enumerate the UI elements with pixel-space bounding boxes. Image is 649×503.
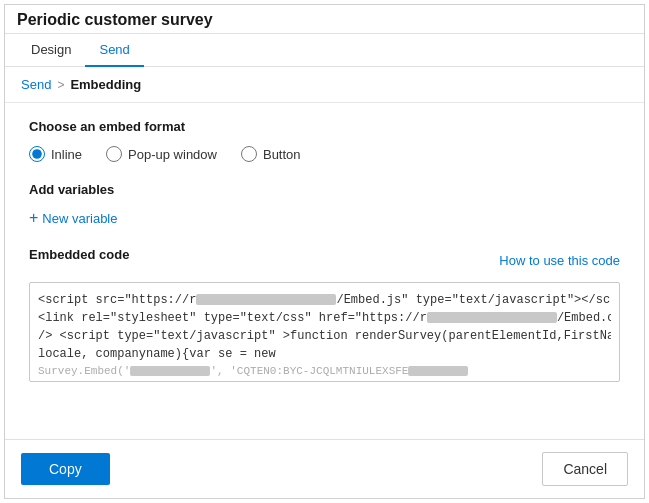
radio-popup[interactable]: Pop-up window: [106, 146, 217, 162]
code-line-3: /> <script type="text/javascript" >funct…: [38, 327, 611, 345]
radio-button[interactable]: Button: [241, 146, 301, 162]
radio-button-label: Button: [263, 147, 301, 162]
code-box: <script src="https://r/Embed.js" type="t…: [29, 282, 620, 382]
code-line-1: <script src="https://r/Embed.js" type="t…: [38, 291, 611, 309]
bottom-bar: Copy Cancel: [5, 439, 644, 498]
plus-icon: +: [29, 209, 38, 227]
radio-group: Inline Pop-up window Button: [29, 146, 620, 162]
breadcrumb-parent[interactable]: Send: [21, 77, 51, 92]
radio-popup-input[interactable]: [106, 146, 122, 162]
variables-label: Add variables: [29, 182, 620, 197]
embedded-code-section: Embedded code How to use this code <scri…: [29, 247, 620, 382]
breadcrumb-current: Embedding: [70, 77, 141, 92]
code-box-inner: <script src="https://r/Embed.js" type="t…: [38, 291, 611, 380]
nav-tabs: Design Send: [5, 34, 644, 67]
radio-inline-input[interactable]: [29, 146, 45, 162]
title-bar: Periodic customer survey: [5, 5, 644, 34]
code-line-2: <link rel="stylesheet" type="text/css" h…: [38, 309, 611, 327]
radio-button-input[interactable]: [241, 146, 257, 162]
code-line-4: locale, companyname){var se = new: [38, 345, 611, 363]
radio-inline[interactable]: Inline: [29, 146, 82, 162]
code-line-5: Survey.Embed('', 'CQTEN0:BYC-JCQLMTNIULE…: [38, 363, 611, 380]
redacted-1: [196, 294, 336, 305]
main-content: Choose an embed format Inline Pop-up win…: [5, 103, 644, 398]
redacted-2: [427, 312, 557, 323]
embed-format-label: Choose an embed format: [29, 119, 620, 134]
variables-section: Add variables + New variable: [29, 182, 620, 227]
cancel-button[interactable]: Cancel: [542, 452, 628, 486]
new-variable-label: New variable: [42, 211, 117, 226]
tab-send[interactable]: Send: [85, 34, 143, 67]
copy-button[interactable]: Copy: [21, 453, 110, 485]
redacted-3: [130, 366, 210, 376]
embedded-code-header: Embedded code How to use this code: [29, 247, 620, 274]
embedded-code-label: Embedded code: [29, 247, 129, 262]
embed-format-section: Choose an embed format Inline Pop-up win…: [29, 119, 620, 162]
breadcrumb: Send > Embedding: [5, 67, 644, 103]
tab-design[interactable]: Design: [17, 34, 85, 67]
how-to-link[interactable]: How to use this code: [499, 253, 620, 268]
radio-popup-label: Pop-up window: [128, 147, 217, 162]
dialog-container: Periodic customer survey Design Send Sen…: [4, 4, 645, 499]
page-title: Periodic customer survey: [17, 11, 632, 29]
new-variable-button[interactable]: + New variable: [29, 209, 118, 227]
breadcrumb-separator: >: [57, 78, 64, 92]
redacted-4: [408, 366, 468, 376]
radio-inline-label: Inline: [51, 147, 82, 162]
